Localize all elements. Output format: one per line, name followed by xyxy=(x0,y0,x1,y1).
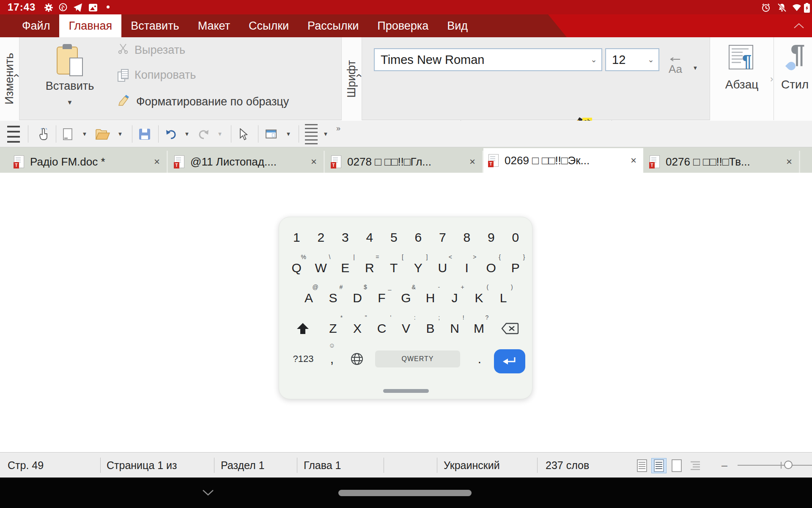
close-icon[interactable]: × xyxy=(784,156,795,168)
key-l[interactable]: )L xyxy=(491,288,516,308)
paste-button[interactable]: Вставить ▼ xyxy=(42,42,97,106)
font-panel-tab[interactable]: Шрифт › xyxy=(341,37,362,120)
home-pill[interactable] xyxy=(338,490,472,496)
menu-tab-view[interactable]: Вид xyxy=(438,14,477,37)
key-2[interactable]: 2 xyxy=(309,228,333,247)
document-canvas[interactable]: 1 2 3 4 5 6 7 8 9 0 %Q \W |E =R [T ]Y <U… xyxy=(0,173,812,452)
menu-tab-review[interactable]: Проверка xyxy=(368,14,438,37)
language-status[interactable]: Украинский xyxy=(444,453,500,478)
undo-button[interactable] xyxy=(162,121,179,147)
key-h[interactable]: -H xyxy=(418,288,443,308)
menu-tab-home[interactable]: Главная xyxy=(59,14,121,37)
change-case-dropdown[interactable]: ▼ xyxy=(693,59,698,73)
key-i[interactable]: >I xyxy=(455,258,479,278)
paragraph-marks-button[interactable] xyxy=(303,121,320,147)
key-n[interactable]: !N xyxy=(442,319,467,338)
doc-tab-3[interactable]: T 0278 □ □□!!□Гл... × xyxy=(326,151,483,173)
key-b[interactable]: ;B xyxy=(418,319,443,338)
collapse-ribbon-icon[interactable] xyxy=(793,23,804,30)
key-a[interactable]: @A xyxy=(296,288,321,308)
window-layout-dropdown[interactable]: ▼ xyxy=(283,121,292,147)
save-button[interactable] xyxy=(136,121,153,147)
key-3[interactable]: 3 xyxy=(333,228,358,247)
key-u[interactable]: <U xyxy=(431,258,455,278)
paragraph-label[interactable]: Абзац xyxy=(710,78,774,91)
key-7[interactable]: 7 xyxy=(431,228,455,247)
key-t[interactable]: [T xyxy=(382,258,406,278)
open-file-dropdown[interactable]: ▼ xyxy=(114,121,123,147)
key-p[interactable]: }P xyxy=(503,258,528,278)
view-web-layout-button[interactable] xyxy=(669,458,684,473)
doc-tab-2[interactable]: T @11 Листопад.... × xyxy=(169,151,325,173)
window-layout-button[interactable] xyxy=(263,121,279,147)
menu-tab-layout[interactable]: Макет xyxy=(189,14,239,37)
key-4[interactable]: 4 xyxy=(357,228,382,247)
new-document-dropdown[interactable]: ▼ xyxy=(79,121,88,147)
close-icon[interactable]: × xyxy=(308,156,319,168)
hide-keyboard-icon[interactable] xyxy=(202,489,214,497)
key-j[interactable]: +J xyxy=(442,288,467,308)
doc-tab-5[interactable]: T 0276 □ □□!!□Тв... × xyxy=(645,151,800,173)
key-8[interactable]: 8 xyxy=(455,228,479,247)
font-size-combobox[interactable]: 12 ⌄ xyxy=(605,48,659,71)
symbols-key[interactable]: ?123 xyxy=(288,348,318,370)
key-0[interactable]: 0 xyxy=(503,228,528,247)
redo-button[interactable] xyxy=(195,121,212,147)
view-outline-button[interactable] xyxy=(688,458,703,473)
zoom-slider-track[interactable] xyxy=(738,465,812,466)
format-painter-button[interactable]: Форматирование по образцу xyxy=(118,94,289,110)
view-print-layout-button[interactable] xyxy=(651,458,667,473)
key-x[interactable]: "X xyxy=(345,319,370,338)
key-k[interactable]: (K xyxy=(467,288,491,308)
period-key[interactable]: . xyxy=(469,348,490,370)
close-icon[interactable]: × xyxy=(467,156,478,168)
new-document-button[interactable] xyxy=(61,121,74,147)
page-of-status[interactable]: Страница 1 из xyxy=(107,453,177,478)
keyboard-handle[interactable] xyxy=(383,389,429,393)
copy-button[interactable]: Копировать xyxy=(118,69,196,82)
section-status[interactable]: Раздел 1 xyxy=(221,453,264,478)
key-g[interactable]: &G xyxy=(394,288,418,308)
undo-dropdown[interactable]: ▼ xyxy=(181,121,190,147)
key-m[interactable]: ?M xyxy=(467,319,491,338)
page-number-status[interactable]: Стр. 49 xyxy=(8,453,44,478)
word-count-status[interactable]: 237 слов xyxy=(546,453,589,478)
key-1[interactable]: 1 xyxy=(285,228,309,247)
select-cursor-button[interactable] xyxy=(235,121,253,147)
key-c[interactable]: 'C xyxy=(370,319,394,338)
menu-hamburger-button[interactable] xyxy=(5,121,22,147)
toolbar-overflow-button[interactable]: » xyxy=(336,124,340,133)
doc-tab-1[interactable]: T Радіо FM.doc * × xyxy=(9,151,168,173)
open-file-button[interactable] xyxy=(93,121,112,147)
key-9[interactable]: 9 xyxy=(479,228,504,247)
view-read-mode-button[interactable] xyxy=(634,458,650,473)
key-w[interactable]: \W xyxy=(309,258,333,278)
enter-key[interactable] xyxy=(494,349,525,373)
chapter-status[interactable]: Глава 1 xyxy=(304,453,341,478)
key-y[interactable]: ]Y xyxy=(406,258,431,278)
key-f[interactable]: _F xyxy=(370,288,394,308)
key-e[interactable]: |E xyxy=(333,258,358,278)
doc-tab-4-active[interactable]: T 0269 □ □□!!□Эк... × xyxy=(483,148,643,173)
shift-key[interactable] xyxy=(293,319,313,338)
menu-tab-file[interactable]: Файл xyxy=(13,14,59,37)
cut-button[interactable]: Вырезать xyxy=(118,43,185,57)
redo-dropdown[interactable]: ▼ xyxy=(214,121,223,147)
menu-tab-references[interactable]: Ссылки xyxy=(239,14,298,37)
paste-dropdown-icon[interactable]: ▼ xyxy=(42,99,97,106)
comma-key[interactable]: ☺ , xyxy=(321,348,343,370)
paragraph-marks-dropdown[interactable]: ▼ xyxy=(320,121,329,147)
change-case-button[interactable]: Aa xyxy=(669,51,682,76)
close-icon[interactable]: × xyxy=(151,156,162,168)
key-5[interactable]: 5 xyxy=(382,228,406,247)
key-r[interactable]: =R xyxy=(357,258,382,278)
language-switch-key[interactable] xyxy=(346,348,368,370)
zoom-slider-thumb[interactable] xyxy=(784,461,793,469)
close-icon[interactable]: × xyxy=(628,155,639,166)
backspace-key[interactable] xyxy=(499,319,521,338)
key-d[interactable]: $D xyxy=(345,288,370,308)
key-z[interactable]: *Z xyxy=(321,319,346,338)
key-6[interactable]: 6 xyxy=(406,228,431,247)
key-s[interactable]: #S xyxy=(321,288,346,308)
touch-mode-button[interactable] xyxy=(34,121,52,147)
